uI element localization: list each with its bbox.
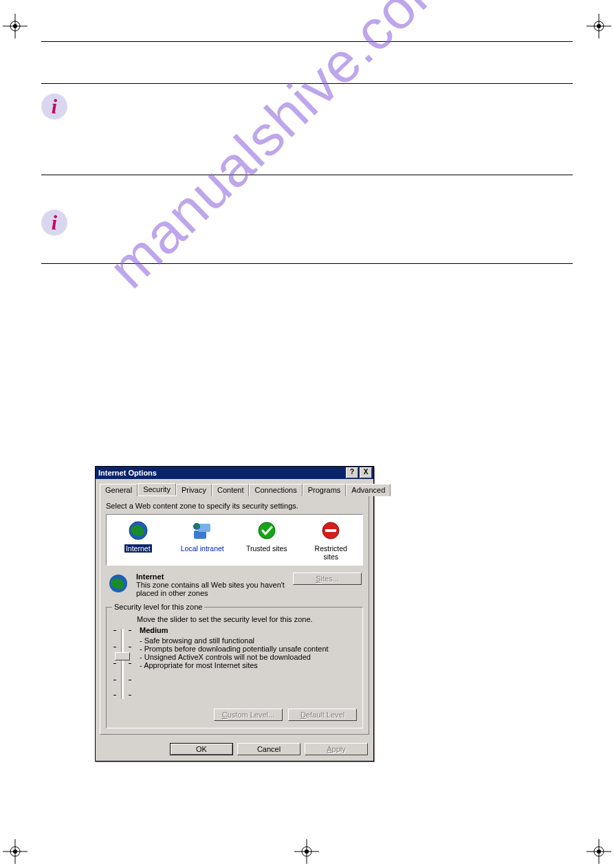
registration-mark-icon — [293, 838, 320, 865]
security-level-name: Medium — [140, 626, 168, 634]
level-bullet: Unsigned ActiveX controls will not be do… — [140, 653, 357, 661]
level-bullet: Safe browsing and still functional — [140, 636, 357, 645]
svg-rect-27 — [325, 529, 336, 532]
zone-description-row: Internet This zone contains all Web site… — [107, 572, 362, 597]
zone-desc-title: Internet — [136, 572, 164, 581]
zone-prompt: Select a Web content zone to specify its… — [106, 502, 363, 510]
zone-sublabel: sites — [307, 553, 355, 561]
security-level-info: Medium Safe browsing and still functiona… — [140, 626, 357, 702]
globe-icon — [107, 572, 131, 596]
help-button[interactable]: ? — [346, 467, 358, 478]
zone-local-intranet[interactable]: Local intranet — [178, 519, 226, 561]
zone-label: Restricted — [315, 544, 347, 553]
ok-button[interactable]: OK — [170, 743, 233, 755]
security-slider[interactable] — [112, 626, 133, 702]
registration-mark-icon — [1, 838, 29, 865]
tab-strip: General Security Privacy Content Connect… — [96, 479, 373, 496]
internet-options-dialog: Internet Options ? X General Security Pr… — [95, 466, 374, 761]
sites-button: Sites... — [293, 572, 362, 585]
info-note: i — [41, 84, 573, 147]
zone-trusted-sites[interactable]: Trusted sites — [243, 519, 291, 561]
zone-label: Internet — [124, 544, 152, 553]
dialog-buttons: OK Cancel Apply — [96, 739, 373, 761]
slider-instruction: Move the slider to set the security leve… — [137, 615, 357, 623]
default-level-button: Default Level — [288, 709, 357, 721]
level-bullet: Appropriate for most Internet sites — [140, 661, 357, 669]
dialog-title: Internet Options — [98, 469, 157, 477]
tab-connections[interactable]: Connections — [249, 484, 302, 496]
slider-thumb[interactable] — [115, 652, 130, 660]
zone-restricted-sites[interactable]: Restricted sites — [307, 519, 355, 561]
security-tab-panel: Select a Web content zone to specify its… — [100, 496, 369, 735]
tab-advanced[interactable]: Advanced — [346, 484, 391, 496]
info-note: i — [41, 210, 573, 263]
svg-point-25 — [259, 522, 275, 539]
trusted-icon — [255, 519, 278, 542]
security-level-group: Security level for this zone Move the sl… — [106, 603, 363, 728]
divider — [41, 263, 573, 264]
tab-general[interactable]: General — [100, 484, 138, 496]
registration-mark-icon — [585, 12, 613, 40]
restricted-icon — [319, 519, 342, 542]
zone-list: Internet Local intranet Trusted sites Re… — [106, 514, 363, 566]
dialog-titlebar[interactable]: Internet Options ? X — [96, 467, 373, 479]
zone-desc-text: This zone contains all Web sites you hav… — [136, 581, 285, 597]
info-icon: i — [41, 210, 67, 236]
info-icon: i — [41, 93, 67, 120]
tab-programs[interactable]: Programs — [303, 484, 347, 496]
close-button[interactable]: X — [360, 467, 372, 478]
svg-rect-23 — [198, 524, 210, 532]
zone-internet[interactable]: Internet — [114, 519, 162, 561]
globe-icon — [127, 519, 150, 542]
tab-privacy[interactable]: Privacy — [176, 484, 212, 496]
tab-security[interactable]: Security — [138, 483, 176, 496]
apply-button: Apply — [305, 743, 368, 755]
custom-level-button: Custom Level... — [214, 709, 283, 721]
zone-label: Trusted sites — [246, 544, 287, 553]
level-bullet: Prompts before downloading potentially u… — [140, 645, 357, 653]
page-content: i i — [41, 41, 573, 264]
zone-label: Local intranet — [181, 544, 224, 553]
intranet-icon — [190, 519, 214, 542]
registration-mark-icon — [585, 838, 613, 865]
registration-mark-icon — [1, 12, 29, 40]
security-level-legend: Security level for this zone — [112, 603, 204, 611]
tab-content[interactable]: Content — [212, 484, 250, 496]
cancel-button[interactable]: Cancel — [237, 743, 300, 755]
